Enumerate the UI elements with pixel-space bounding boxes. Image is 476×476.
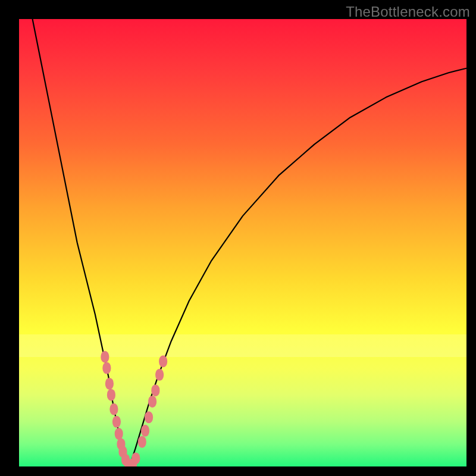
data-point-marker [159, 355, 167, 367]
data-point-marker [155, 369, 164, 381]
data-point-marker [107, 389, 115, 401]
chart-frame: TheBottleneck.com [0, 0, 476, 476]
data-point-marker [129, 458, 137, 466]
data-point-marker [102, 362, 111, 374]
data-point-marker [115, 428, 123, 440]
data-point-marker [118, 446, 127, 458]
marker-group [101, 351, 167, 466]
plot-area [19, 19, 466, 466]
data-point-marker [151, 384, 159, 396]
data-point-marker [117, 438, 125, 450]
highlight-band [19, 334, 466, 357]
chart-svg [19, 19, 466, 466]
curve-right-branch [129, 68, 466, 466]
data-point-marker [141, 425, 149, 437]
data-point-marker [101, 351, 109, 363]
data-point-marker [105, 378, 114, 390]
data-point-marker [109, 403, 118, 415]
data-point-marker [124, 459, 133, 466]
curve-left-branch [33, 19, 129, 466]
data-point-marker [112, 416, 121, 428]
data-point-marker [138, 436, 146, 448]
data-point-marker [145, 411, 153, 423]
data-point-marker [121, 454, 130, 466]
watermark-text: TheBottleneck.com [346, 4, 470, 20]
data-point-marker [148, 396, 156, 408]
data-point-marker [131, 452, 140, 464]
